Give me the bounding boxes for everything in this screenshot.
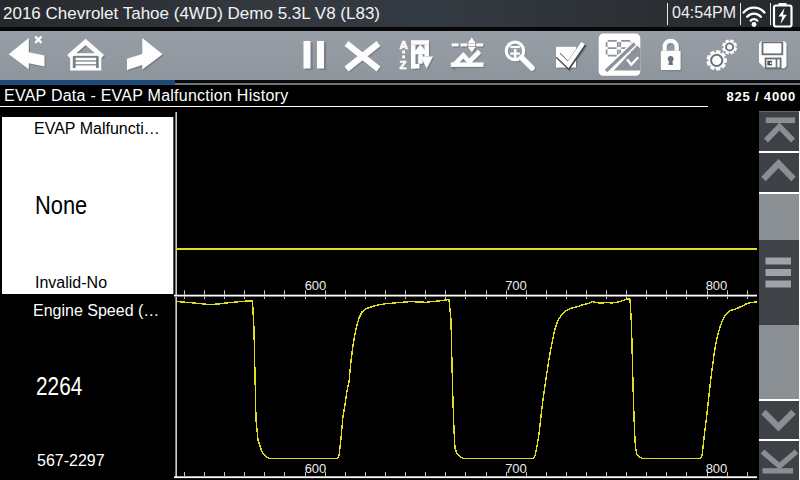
svg-text:A: A bbox=[400, 39, 408, 51]
svg-text:700: 700 bbox=[505, 278, 527, 293]
svg-text:800: 800 bbox=[706, 278, 728, 293]
svg-text:600: 600 bbox=[305, 461, 327, 476]
svg-text:700: 700 bbox=[505, 461, 527, 476]
svg-text:800: 800 bbox=[706, 461, 728, 476]
svg-text:Z: Z bbox=[399, 59, 406, 71]
svg-text:600: 600 bbox=[305, 278, 327, 293]
